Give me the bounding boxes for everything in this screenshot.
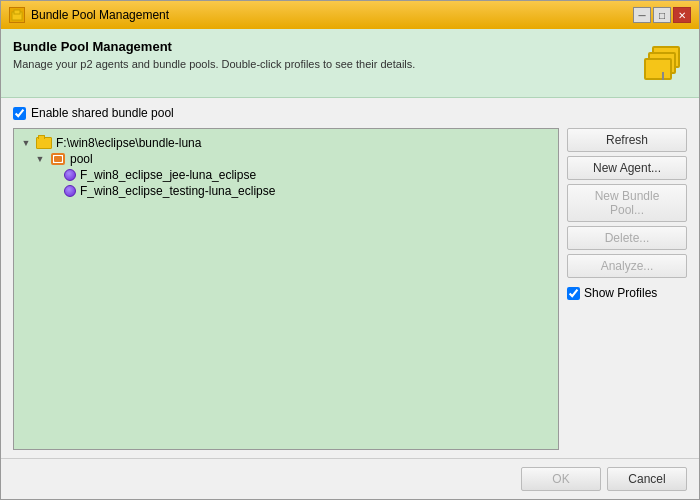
tree-root-item[interactable]: ▼ F:\win8\eclipse\bundle-luna [20, 135, 552, 151]
delete-button[interactable]: Delete... [567, 226, 687, 250]
header-title: Bundle Pool Management [13, 39, 639, 54]
main-row: ▼ F:\win8\eclipse\bundle-luna ▼ pool [13, 128, 687, 450]
title-bar-left: Bundle Pool Management [9, 7, 169, 23]
shared-bundle-pool-row: Enable shared bundle pool [13, 106, 687, 120]
enable-shared-bundle-pool-label[interactable]: Enable shared bundle pool [31, 106, 174, 120]
window-icon [9, 7, 25, 23]
bundle1-toggle-space [48, 169, 60, 181]
footer: OK Cancel [1, 458, 699, 499]
window-title: Bundle Pool Management [31, 8, 169, 22]
stack-connector [662, 72, 664, 80]
pool-label: pool [70, 152, 93, 166]
header-description: Manage your p2 agents and bundle pools. … [13, 58, 639, 70]
title-bar: Bundle Pool Management ─ □ ✕ [1, 1, 699, 29]
analyze-button[interactable]: Analyze... [567, 254, 687, 278]
header-icon [639, 39, 687, 87]
main-window: Bundle Pool Management ─ □ ✕ Bundle Pool… [0, 0, 700, 500]
enable-shared-bundle-pool-checkbox[interactable] [13, 107, 26, 120]
bundle-icon-1 [64, 169, 76, 181]
bundle-pool-icon [642, 42, 684, 84]
close-button[interactable]: ✕ [673, 7, 691, 23]
tree-panel[interactable]: ▼ F:\win8\eclipse\bundle-luna ▼ pool [13, 128, 559, 450]
root-folder-icon [36, 137, 52, 149]
content-area: Enable shared bundle pool ▼ F:\win8\ecli… [1, 98, 699, 458]
ok-button[interactable]: OK [521, 467, 601, 491]
root-toggle[interactable]: ▼ [20, 137, 32, 149]
pool-icon [51, 153, 65, 165]
cancel-button[interactable]: Cancel [607, 467, 687, 491]
header-panel: Bundle Pool Management Manage your p2 ag… [1, 29, 699, 98]
title-bar-controls: ─ □ ✕ [633, 7, 691, 23]
sidebar-buttons: Refresh New Agent... New Bundle Pool... … [567, 128, 687, 450]
pool-icon-container [50, 152, 66, 166]
pool-icon-inner [54, 156, 62, 162]
svg-rect-1 [14, 10, 20, 14]
bundle-item-2[interactable]: F_win8_eclipse_testing-luna_eclipse [20, 183, 552, 199]
new-agent-button[interactable]: New Agent... [567, 156, 687, 180]
pool-item[interactable]: ▼ pool [20, 151, 552, 167]
stack-card-3 [644, 58, 672, 80]
pool-toggle[interactable]: ▼ [34, 153, 46, 165]
header-text: Bundle Pool Management Manage your p2 ag… [13, 39, 639, 70]
bundle-label-1: F_win8_eclipse_jee-luna_eclipse [80, 168, 256, 182]
show-profiles-row: Show Profiles [567, 286, 687, 300]
refresh-button[interactable]: Refresh [567, 128, 687, 152]
minimize-button[interactable]: ─ [633, 7, 651, 23]
bundle-item-1[interactable]: F_win8_eclipse_jee-luna_eclipse [20, 167, 552, 183]
bundle-icon-2 [64, 185, 76, 197]
show-profiles-checkbox[interactable] [567, 287, 580, 300]
maximize-button[interactable]: □ [653, 7, 671, 23]
bundle2-toggle-space [48, 185, 60, 197]
root-label: F:\win8\eclipse\bundle-luna [56, 136, 201, 150]
bundle-label-2: F_win8_eclipse_testing-luna_eclipse [80, 184, 275, 198]
show-profiles-label[interactable]: Show Profiles [584, 286, 657, 300]
new-bundle-pool-button[interactable]: New Bundle Pool... [567, 184, 687, 222]
